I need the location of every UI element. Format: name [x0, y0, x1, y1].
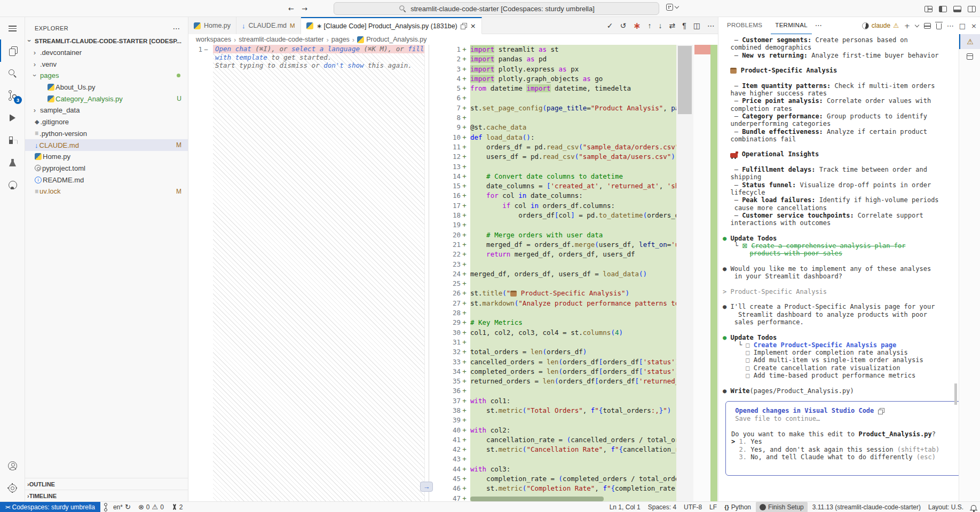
render-whitespace-button[interactable]: ¶: [682, 21, 686, 30]
panel-tab-problems[interactable]: PROBLEMS: [723, 17, 766, 34]
down-arrow-icon: ↓: [242, 22, 246, 29]
section-timeline[interactable]: ›TIMELINE: [25, 490, 188, 501]
terminal-dropdown-button[interactable]: [915, 22, 919, 29]
panel-tabs-more-icon[interactable]: ⋯: [815, 21, 822, 29]
scrollbar-thumb[interactable]: [678, 46, 692, 114]
status-notifications[interactable]: [967, 502, 980, 512]
status-forwarded-ports[interactable]: 2: [168, 502, 187, 512]
layout-grid-button[interactable]: [924, 4, 932, 13]
activity-menu[interactable]: [0, 17, 25, 39]
file-item-home-py[interactable]: Home.py: [25, 151, 188, 163]
command-center-search[interactable]: streamlit-claude-code-starter [Codespace…: [334, 2, 659, 15]
status-python-interpreter[interactable]: 3.11.13 (streamlit-claude-code-starter): [809, 502, 924, 512]
split-terminal-button[interactable]: [924, 22, 931, 29]
breadcrumb-item[interactable]: Product_Analysis.py: [357, 36, 426, 43]
status-encoding[interactable]: UTF-8: [680, 502, 706, 512]
status-indentation[interactable]: Spaces: 4: [644, 502, 680, 512]
file-item-about-us-py[interactable]: About_Us.py: [25, 82, 188, 93]
diff-navigate-button[interactable]: →: [420, 482, 433, 492]
activity-run-debug[interactable]: [0, 107, 25, 129]
accept-changes-button[interactable]: ✓: [607, 21, 613, 30]
overview-removed-mark: [694, 45, 710, 54]
close-panel-button[interactable]: ×: [971, 22, 977, 29]
file-item--gitignore[interactable]: ◆.gitignore: [25, 116, 188, 128]
file-item-pages[interactable]: ›pages: [25, 70, 188, 82]
undo-button[interactable]: ↺: [620, 21, 627, 30]
status-problems-summary[interactable]: ⊗0⚠0: [135, 502, 168, 512]
status-finish-setup[interactable]: Finish Setup: [756, 502, 808, 512]
breadcrumb-item[interactable]: workspaces: [196, 36, 231, 43]
code-line: 26+st.title(" Product-Specific Analysis"…: [435, 289, 718, 298]
status-cursor-position[interactable]: Ln 1, Col 1: [606, 502, 644, 512]
panel-left-button[interactable]: [939, 4, 947, 13]
panel-right-button[interactable]: [968, 4, 976, 13]
status-remote-indicator[interactable]: ><Codespaces: sturdy umbrella: [0, 502, 100, 512]
dialog-option[interactable]: 2. Yes, and don't ask again this session…: [731, 446, 957, 454]
file-item--venv[interactable]: ›.venv: [25, 58, 188, 70]
terminal-body[interactable]: – Customer segments: Create personas bas…: [718, 34, 959, 501]
activity-bar: 3: [0, 17, 25, 501]
panel-bottom-button[interactable]: [953, 4, 961, 13]
explorer-more-icon[interactable]: ⋯: [173, 24, 180, 33]
activity-explorer[interactable]: [0, 39, 25, 62]
new-terminal-button[interactable]: +: [904, 22, 910, 29]
panel-more-button[interactable]: ⋯: [947, 22, 954, 29]
file-item-claude-md[interactable]: ↓CLAUDE.mdM: [25, 139, 188, 151]
original-gutter: 1−: [188, 45, 213, 501]
activity-source-control[interactable]: 3: [0, 84, 25, 107]
dialog-option[interactable]: > 1. Yes: [731, 438, 957, 446]
code-line: 16+ for col in date_columns:: [435, 191, 718, 201]
claude-permission-dialog: Opened changes in Visual Studio Code Sav…: [725, 401, 959, 476]
explorer-root-folder[interactable]: ›STREAMLIT-CLAUDE-CODE-STARTER [CODESP..…: [25, 35, 188, 47]
file-item-uv-lock[interactable]: ≡uv.lockM: [25, 186, 188, 197]
status-keyboard-layout[interactable]: Layout: U.S.: [924, 502, 967, 512]
status-eol-sequence[interactable]: LF: [706, 502, 721, 512]
terminal-line: in your Streamlit dashboard?: [723, 273, 959, 280]
activity-search[interactable]: [0, 62, 25, 84]
close-tab-icon[interactable]: ×: [470, 22, 476, 29]
code-line: 28+: [435, 308, 718, 318]
breadcrumb-item[interactable]: streamlit-claude-code-starter: [239, 36, 323, 43]
remote-tools-button[interactable]: [666, 4, 678, 11]
panel-tab-terminal[interactable]: TERMINAL: [771, 17, 812, 34]
kill-terminal-button[interactable]: [936, 22, 942, 29]
swap-diff-button[interactable]: ⇄: [669, 21, 676, 30]
next-change-button[interactable]: ↓: [659, 21, 662, 30]
editor-more-button[interactable]: ⋯: [707, 21, 715, 30]
claude-spark-button[interactable]: ∗: [633, 20, 641, 31]
terminal-scrollbar[interactable]: [954, 383, 957, 405]
git-status-badge: M: [176, 141, 181, 149]
activity-testing[interactable]: [0, 151, 25, 174]
strip-package[interactable]: [959, 49, 980, 64]
back-button[interactable]: ←: [288, 5, 294, 12]
status-language-mode[interactable]: {}Python: [721, 502, 755, 512]
tab-product-analysis[interactable]: ∗ [Claude Code] Product_Analysis.py (183…: [301, 17, 482, 34]
activity-account[interactable]: [0, 454, 25, 477]
dialog-option[interactable]: 3. No, and tell Claude what to do differ…: [731, 453, 957, 461]
diff-sash[interactable]: [424, 45, 435, 501]
previous-change-button[interactable]: ↑: [648, 21, 652, 30]
section-outline[interactable]: ›OUTLINE: [25, 478, 188, 490]
file-item-category-analysis-py[interactable]: Category_Analysis.pyU: [25, 93, 188, 105]
terminal-line: [723, 143, 959, 150]
file-item-readme-md[interactable]: README.md: [25, 174, 188, 186]
file-item--devcontainer[interactable]: ›.devcontainer: [25, 47, 188, 59]
breadcrumb-item[interactable]: pages: [331, 36, 350, 43]
maximize-panel-button[interactable]: □: [959, 22, 966, 29]
activity-extensions[interactable]: [0, 129, 25, 151]
split-editor-button[interactable]: ◫: [693, 21, 700, 30]
file-item-sample-data[interactable]: ›sample_data: [25, 105, 188, 116]
file-item--python-version[interactable]: ≡.python-version: [25, 128, 188, 140]
diff-squares-icon[interactable]: [461, 23, 467, 29]
tab-claude-md[interactable]: ↓CLAUDE.mdM: [236, 17, 301, 34]
activity-github[interactable]: [0, 174, 25, 196]
horizontal-scrollbar[interactable]: [470, 497, 604, 501]
activity-settings[interactable]: [0, 477, 25, 499]
strip-warning[interactable]: ⚠: [959, 34, 980, 49]
terminal-instance-claude[interactable]: claude⚠: [862, 22, 899, 29]
forward-button[interactable]: →: [302, 5, 307, 12]
status-git-branch[interactable]: en*↻: [100, 502, 135, 512]
file-item-pyproject-toml[interactable]: pyproject.toml: [25, 163, 188, 174]
tab-home[interactable]: Home.py: [188, 17, 236, 34]
file-tree: ›STREAMLIT-CLAUDE-CODE-STARTER [CODESP..…: [25, 35, 188, 197]
